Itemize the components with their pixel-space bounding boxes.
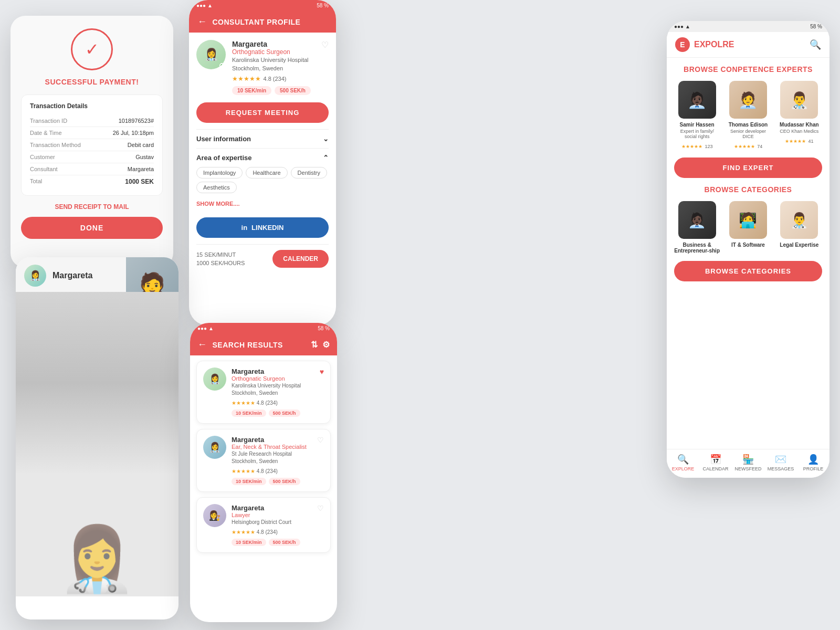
explore-battery: 58 %	[810, 24, 822, 29]
transaction-id-row: Transaction ID 1018976523#	[30, 115, 154, 127]
expert-stars-3: ★★★★★	[785, 139, 806, 144]
expert-face-3: 👨‍⚕️	[780, 81, 818, 119]
expert-face-2: 🧑‍💼	[729, 81, 767, 119]
sr-details-1: Margareta Orthognatic Surgeon Karolinska…	[232, 368, 301, 417]
sr-price1-3: 10 SEK/min	[232, 539, 266, 546]
expertise-tags-container: Implantology Healthcare Dentistry Aesthe…	[196, 167, 329, 193]
request-meeting-button[interactable]: REQUEST MEETING	[196, 102, 329, 123]
consultant-value: Margareta	[128, 166, 154, 172]
search-header-title: SEARCH RESULTS	[213, 341, 283, 349]
sr-specialty-1: Orthognatic Surgeon	[232, 375, 301, 382]
sr-heart-1[interactable]: ♥	[320, 368, 324, 376]
filter-icon[interactable]: ⚙	[322, 340, 330, 350]
send-receipt-link[interactable]: SEND RECEIPT TO MAIL	[21, 203, 163, 211]
total-label: Total	[30, 178, 42, 185]
sr-avatar-2: 👩‍⚕️	[203, 436, 226, 459]
search-result-card-1[interactable]: 👩‍⚕️ Margareta Orthognatic Surgeon Karol…	[196, 361, 331, 424]
expert-card-3[interactable]: 👨‍⚕️ Mudassar Khan CEO Khan Medics ★★★★★…	[776, 81, 822, 150]
consultant-location: Stockholm, Sweden	[232, 65, 311, 71]
messages-nav-label: MESSAGES	[768, 466, 794, 471]
tag-implantology[interactable]: Implantology	[196, 167, 243, 178]
sr-location-1: Stockholm, Sweden	[232, 390, 301, 396]
linkedin-button[interactable]: in LINKEDIN	[196, 217, 329, 238]
favorite-icon[interactable]: ♡	[321, 40, 329, 50]
search-result-card-3[interactable]: 👩‍⚖️ Margareta Lawyer Helsingborg Distri…	[196, 497, 331, 553]
sr-price2-2: 500 SEK/h	[269, 478, 300, 485]
transaction-details-box: Transaction Details Transaction ID 10189…	[21, 94, 163, 196]
sr-heart-2[interactable]: ♡	[317, 436, 324, 444]
category-label-legal: Legal Expertise	[776, 242, 822, 248]
category-card-legal[interactable]: 👨‍⚕️ Legal Expertise	[776, 201, 822, 254]
sr-avatar-1: 👩‍⚕️	[203, 368, 226, 391]
sr-avatar-3: 👩‍⚖️	[203, 504, 226, 527]
expert-card-2[interactable]: 🧑‍💼 Thomas Edison Senior developer DICE …	[725, 81, 771, 150]
explore-header: E EXPOLRE 🔍	[667, 32, 830, 58]
user-info-label: User information	[196, 135, 251, 143]
calendar-button[interactable]: CALENDER	[272, 250, 329, 268]
find-expert-button[interactable]: FIND EXPERT	[674, 158, 822, 178]
browse-experts-title: BROWSE CONPETENCE EXPERTS	[674, 65, 822, 74]
expert-card-1[interactable]: 🧑🏿‍💼 Samir Hassen Expert in family/ soci…	[674, 81, 720, 150]
chevron-up-icon: ⌃	[323, 154, 329, 162]
sr-name-3: Margareta	[232, 504, 300, 512]
nav-newsfeed[interactable]: 🏪 NEWSFEED	[732, 454, 764, 471]
customer-label: Customer	[30, 154, 55, 160]
sr-rating-1: 4.8 (234)	[255, 400, 278, 406]
consultant-header: ← CONSULTANT PROFILE	[189, 11, 336, 33]
expertise-section[interactable]: Area of expertise ⌃	[196, 148, 329, 167]
nav-messages[interactable]: ✉️ MESSAGES	[764, 454, 797, 471]
sr-specialty-3: Lawyer	[232, 512, 300, 518]
tag-dentistry[interactable]: Dentistry	[291, 167, 327, 178]
calendar-nav-icon: 📅	[710, 454, 721, 465]
sr-price1-2: 10 SEK/min	[232, 478, 266, 485]
explore-signal: ●●● ▲	[674, 24, 690, 29]
show-more-link[interactable]: SHOW MORE....	[196, 201, 240, 207]
categories-grid: 🧑🏿‍💼 Business & Entrepreneur-ship 🧑‍💻 IT…	[674, 201, 822, 254]
sr-heart-3[interactable]: ♡	[317, 504, 324, 512]
sr-name-2: Margareta	[232, 436, 307, 444]
category-photo-business: 🧑🏿‍💼	[678, 201, 716, 239]
profile-nav-label: PROFILE	[803, 466, 824, 471]
expert-name-2: Thomas Edison	[725, 122, 771, 128]
category-label-business: Business & Entrepreneur-ship	[674, 242, 720, 254]
sr-prices-3: 10 SEK/min 500 SEK/h	[232, 539, 300, 546]
category-photo-it: 🧑‍💻	[729, 201, 767, 239]
sr-hospital-1: Karolinska University Hospital	[232, 383, 301, 388]
sr-hospital-2: St Jule Research Hospital	[232, 451, 307, 457]
explore-screen: ●●● ▲ 58 % E EXPOLRE 🔍 BROWSE CONPETENCE…	[667, 21, 830, 478]
experts-grid: 🧑🏿‍💼 Samir Hassen Expert in family/ soci…	[674, 81, 822, 150]
back-arrow-icon[interactable]: ←	[197, 16, 207, 27]
sort-icon[interactable]: ⇅	[311, 340, 318, 350]
total-value: 1000 SEK	[125, 178, 154, 185]
expert-name-1: Samir Hassen	[674, 122, 720, 128]
signal-info: ●●● ▲	[196, 3, 213, 8]
nav-profile[interactable]: 👤 PROFILE	[797, 454, 830, 471]
explore-search-icon[interactable]: 🔍	[810, 39, 821, 50]
search-result-card-2[interactable]: 👩‍⚕️ Margareta Ear, Neck & Throat Specia…	[196, 429, 331, 492]
category-card-business[interactable]: 🧑🏿‍💼 Business & Entrepreneur-ship	[674, 201, 720, 254]
nav-calendar[interactable]: 📅 CALENDAR	[699, 454, 732, 471]
explore-logo-text: EXPOLRE	[694, 40, 734, 49]
sr-specialty-2: Ear, Neck & Throat Specialist	[232, 444, 307, 450]
browse-categories-button[interactable]: BROWSE CATEGORIES	[674, 261, 822, 281]
price-tags: 10 SEK/min 500 SEK/h	[232, 86, 311, 95]
search-back-arrow-icon[interactable]: ←	[197, 339, 207, 350]
expert-photo-2: 🧑‍💼	[729, 81, 767, 119]
done-button[interactable]: DONE	[21, 217, 163, 239]
transaction-section-title: Transaction Details	[30, 102, 154, 110]
tag-aesthetics[interactable]: Aesthetics	[196, 182, 237, 193]
category-photo-legal: 👨‍⚕️	[780, 201, 818, 239]
rating-row: ★★★★★ 4.8 (234)	[232, 74, 311, 83]
expert-role-3: CEO Khan Medics	[776, 129, 822, 134]
sr-details-2: Margareta Ear, Neck & Throat Specialist …	[232, 436, 307, 485]
sr-stars-3: ★★★★★	[232, 529, 255, 535]
sr-rating-2: 4.8 (234)	[255, 468, 278, 474]
customer-row: Customer Gustav	[30, 151, 154, 163]
category-card-it[interactable]: 🧑‍💻 IT & Software	[725, 201, 771, 254]
newsfeed-nav-label: NEWSFEED	[734, 466, 761, 471]
rating-stars: ★★★★★	[232, 75, 261, 82]
user-info-section[interactable]: User information ⌄	[196, 129, 329, 148]
tag-healthcare[interactable]: Healthcare	[246, 167, 287, 178]
customer-value: Gustav	[135, 154, 154, 160]
nav-explore[interactable]: 🔍 EXPLORE	[667, 454, 699, 471]
